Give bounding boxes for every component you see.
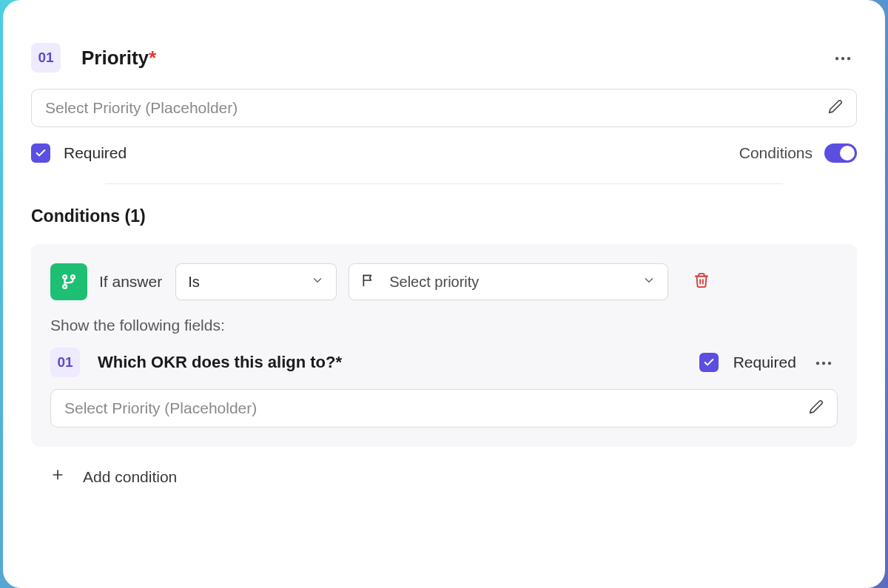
nested-number-badge: 01 [50,348,80,377]
conditions-header: Conditions (1) [31,206,857,226]
field-header: 01 Priority* ●●● [31,43,857,72]
nested-left: 01 Which OKR does this align to?* [50,348,342,377]
plus-icon [50,467,65,487]
add-condition-label: Add condition [83,468,177,486]
nested-field-header: 01 Which OKR does this align to?* Requir… [50,348,838,377]
form-field-editor-card: 01 Priority* ●●● Select Priority (Placeh… [3,0,885,588]
value-dropdown[interactable]: Select priority [349,263,668,300]
nested-priority-select[interactable]: Select Priority (Placeholder) [50,389,838,428]
nested-title-wrap: Which OKR does this align to?* [98,353,342,372]
flag-icon [361,273,376,291]
field-title-wrap: Priority* [81,47,156,70]
required-star: * [149,47,156,69]
condition-block: If answer Is Select priority [31,244,857,447]
nested-placeholder: Select Priority (Placeholder) [64,399,257,417]
nested-required-checkbox[interactable] [699,353,719,372]
conditions-toggle-label: Conditions [739,144,813,162]
pencil-icon[interactable] [828,99,843,117]
field-header-left: 01 Priority* [31,43,156,72]
nested-field-title: Which OKR does this align to? [98,353,335,371]
condition-row: If answer Is Select priority [50,263,838,300]
nested-right: Required ●●● [699,353,838,372]
divider [105,183,783,184]
value-dropdown-left: Select priority [361,273,479,291]
branch-icon [50,263,87,300]
required-label: Required [64,144,127,162]
priority-select[interactable]: Select Priority (Placeholder) [31,89,857,127]
operator-dropdown[interactable]: Is [175,263,337,300]
pencil-icon[interactable] [809,399,824,417]
required-checkbox[interactable] [31,143,50,163]
nested-required-label: Required [733,354,796,371]
required-star: * [335,353,342,371]
field-title: Priority [81,47,149,69]
add-condition-button[interactable]: Add condition [31,467,857,487]
more-options-icon[interactable]: ●●● [811,354,838,371]
chevron-down-icon [642,274,656,291]
chevron-down-icon [311,274,324,291]
value-placeholder: Select priority [389,274,479,291]
operator-value: Is [188,274,200,291]
toggle-knob [840,146,855,160]
required-checkbox-wrap: Required [31,143,127,163]
if-answer-label: If answer [99,273,162,291]
trash-icon[interactable] [693,272,710,291]
priority-placeholder: Select Priority (Placeholder) [45,99,238,117]
conditions-toggle-wrap: Conditions [739,143,857,163]
field-number-badge: 01 [31,43,61,72]
field-options-row: Required Conditions [31,143,857,163]
show-fields-label: Show the following fields: [50,317,838,334]
more-options-icon[interactable]: ●●● [830,50,857,67]
conditions-toggle[interactable] [824,143,857,163]
